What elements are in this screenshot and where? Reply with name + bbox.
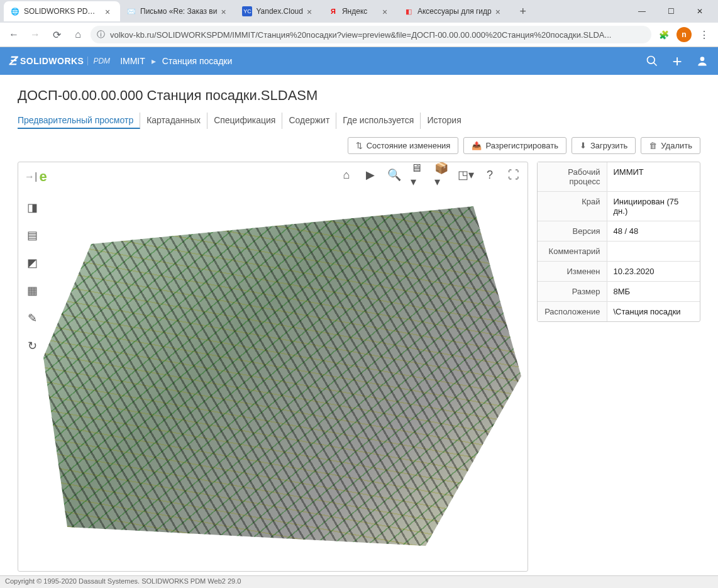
svg-point-2 (700, 57, 705, 61)
prop-row: Комментарий (538, 241, 700, 262)
box-icon[interactable]: 📦▾ (434, 167, 450, 182)
prop-value: 8МБ (607, 282, 700, 302)
checkout-button[interactable]: 📤 Разрегистрировать (463, 137, 566, 154)
button-label: Удалить (661, 141, 692, 150)
close-icon[interactable]: × (307, 7, 316, 16)
properties-panel: Рабочий процессИММИТ КрайИнициирован (75… (537, 162, 700, 322)
close-button[interactable]: ✕ (685, 1, 714, 21)
edrawings-logo: →|e (25, 169, 47, 185)
arrow-right-icon: →| (25, 171, 37, 182)
extensions-button[interactable]: 🧩 (655, 26, 673, 43)
close-icon[interactable]: × (495, 7, 504, 16)
main-row: →|e ⌂ ▶ 🔍 🖥▾ 📦▾ ◳▾ ? ⛶ ◨ ▤ ◩ ▦ ✎ ↻ (18, 162, 700, 572)
tab-whereused[interactable]: Где используется (336, 113, 421, 129)
brand-solidworks: SOLIDWORKS (20, 56, 84, 66)
tab-title: Yandex.Cloud (256, 7, 303, 16)
tab-history[interactable]: История (421, 113, 467, 129)
header-actions: + (645, 54, 709, 68)
tab-title: SOLIDWORKS PDM W (24, 7, 101, 16)
browser-menu-button[interactable]: ⋮ (695, 26, 713, 43)
prop-key: Край (538, 192, 607, 221)
chevron-right-icon: ▸ (152, 56, 156, 66)
browser-tab[interactable]: ✉️ Письмо «Re: Заказ ви × (120, 1, 236, 21)
tab-datacard[interactable]: Картаданных (140, 113, 207, 129)
prop-value: 48 / 48 (607, 221, 700, 241)
close-icon[interactable]: × (382, 7, 391, 16)
home-view-icon[interactable]: ⌂ (339, 167, 354, 182)
prop-value (607, 241, 700, 262)
profile-button[interactable]: n (677, 27, 692, 42)
app-header: Ƶ SOLIDWORKS PDM IMMIT ▸ Станция посадки… (0, 47, 718, 75)
model-render (43, 187, 521, 565)
delete-button[interactable]: 🗑 Удалить (641, 137, 700, 154)
ds-logo-icon: Ƶ (9, 54, 16, 68)
properties-table: Рабочий процессИММИТ КрайИнициирован (75… (538, 162, 700, 321)
browser-tab[interactable]: ◧ Аксессуары для гидр × (397, 1, 511, 21)
rotate-icon[interactable]: ↻ (25, 338, 40, 353)
section-icon[interactable]: ◩ (25, 255, 40, 270)
breadcrumb-item[interactable]: IMMIT (120, 56, 145, 66)
close-icon[interactable]: × (221, 7, 229, 16)
assembly-icon[interactable]: ◨ (25, 200, 40, 215)
user-icon[interactable] (695, 54, 709, 68)
new-tab-button[interactable]: + (514, 3, 532, 20)
back-button[interactable]: ← (5, 26, 23, 43)
cube-icon[interactable]: ◳▾ (458, 167, 473, 182)
zoom-icon[interactable]: 🔍 (387, 167, 402, 182)
play-icon[interactable]: ▶ (363, 167, 378, 182)
prop-row: Версия48 / 48 (538, 221, 700, 241)
checkout-icon: 📤 (472, 141, 482, 150)
svg-point-0 (648, 57, 655, 64)
prop-row: Размер8МБ (538, 282, 700, 302)
prop-row: Изменен10.23.2020 (538, 262, 700, 282)
prop-key: Версия (538, 221, 607, 241)
markup-icon[interactable]: ✎ (25, 311, 40, 326)
help-icon[interactable]: ? (482, 167, 497, 182)
download-icon: ⬇ (580, 141, 587, 150)
viewer-toolbar: ⌂ ▶ 🔍 🖥▾ 📦▾ ◳▾ ? ⛶ (339, 167, 521, 182)
change-state-button[interactable]: ⇅ Состояние изменения (348, 137, 459, 154)
prop-key: Рабочий процесс (538, 162, 607, 192)
display-mode-icon[interactable]: 🖥▾ (411, 167, 426, 182)
add-button[interactable]: + (670, 54, 684, 68)
download-button[interactable]: ⬇ Загрузить (572, 137, 636, 154)
minimize-button[interactable]: — (627, 1, 656, 21)
close-icon[interactable]: × (105, 7, 114, 16)
svg-line-1 (654, 63, 657, 66)
tab-bom[interactable]: Спецификация (207, 113, 282, 129)
tab-preview[interactable]: Предварительный просмотр (18, 113, 140, 129)
workflow-icon: ⇅ (356, 141, 363, 150)
tab-title: Письмо «Re: Заказ ви (140, 7, 217, 16)
sheet-icon[interactable]: ▤ (25, 228, 40, 243)
button-label: Состояние изменения (367, 141, 451, 150)
forward-button[interactable]: → (26, 26, 44, 43)
trash-icon: 🗑 (649, 141, 657, 150)
address-bar[interactable]: ⓘ volkov-kb.ru/SOLIDWORKSPDM/IMMIT/Станц… (91, 26, 651, 43)
config-icon[interactable]: ▦ (25, 283, 40, 298)
mail-icon: ✉️ (126, 6, 136, 16)
breadcrumb-item[interactable]: Станция посадки (162, 56, 232, 66)
prop-value: ИММИТ (607, 162, 700, 192)
prop-key: Комментарий (538, 241, 607, 262)
tab-contains[interactable]: Содержит (282, 113, 336, 129)
tab-title: Аксессуары для гидр (417, 7, 492, 16)
prop-row: КрайИнициирован (75 дн.) (538, 192, 700, 221)
tab-title: Яндекс (342, 7, 378, 16)
home-button[interactable]: ⌂ (69, 26, 87, 43)
prop-key: Размер (538, 282, 607, 302)
browser-toolbar: ← → ⟳ ⌂ ⓘ volkov-kb.ru/SOLIDWORKSPDM/IMM… (0, 23, 718, 47)
reload-button[interactable]: ⟳ (48, 26, 65, 43)
browser-tab[interactable]: Я Яндекс × (322, 1, 397, 21)
prop-row: Расположение\Станция посадки (538, 302, 700, 322)
button-label: Разрегистрировать (485, 141, 558, 150)
viewer-left-toolbar: ◨ ▤ ◩ ▦ ✎ ↻ (25, 200, 40, 353)
browser-tab[interactable]: 🌐 SOLIDWORKS PDM W × (4, 1, 120, 21)
maximize-button[interactable]: ☐ (656, 1, 685, 21)
search-icon[interactable] (645, 54, 659, 68)
yandex-cloud-icon: YC (242, 6, 252, 16)
browser-tab[interactable]: YC Yandex.Cloud × (236, 1, 322, 21)
prop-value: 10.23.2020 (607, 262, 700, 282)
content-area: ДОСП-00.00.00.000 Станция посадки.SLDASM… (0, 75, 718, 575)
model-viewer[interactable]: →|e ⌂ ▶ 🔍 🖥▾ 📦▾ ◳▾ ? ⛶ ◨ ▤ ◩ ▦ ✎ ↻ (18, 162, 528, 572)
fullscreen-icon[interactable]: ⛶ (506, 167, 521, 182)
